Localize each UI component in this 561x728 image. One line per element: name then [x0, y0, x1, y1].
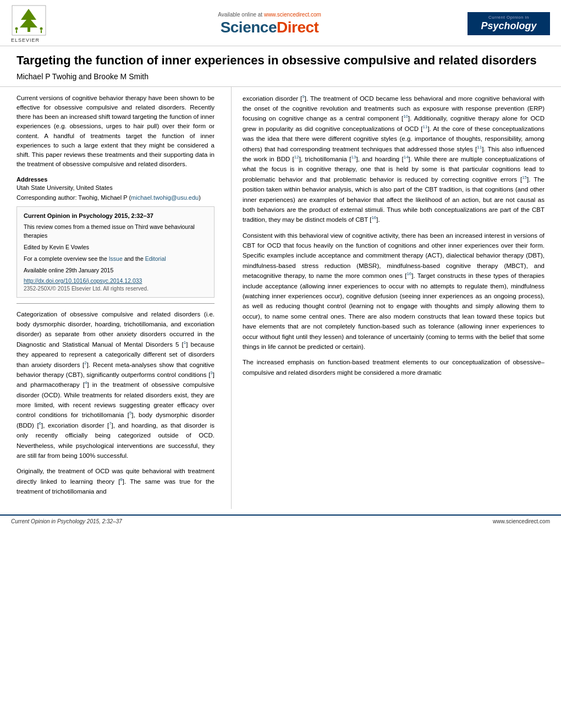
sciencedirect-branding: Available online at www.sciencedirect.co… — [77, 12, 462, 36]
journal-badge: Current Opinion in Psychology — [468, 12, 550, 35]
info-box-row-3: For a complete overview see the Issue an… — [24, 254, 207, 264]
info-box-row-1: This review comes from a themed issue on… — [24, 222, 207, 241]
corresponding-author-text: Corresponding author: Twohig, Michael P … — [16, 194, 215, 201]
info-box-row-4: Available online 29th January 2015 — [24, 266, 207, 275]
info-box-row-2: Edited by Kevin E Vowles — [24, 243, 207, 252]
sciencedirect-url[interactable]: www.sciencedirect.com — [264, 12, 321, 18]
info-box-editorial-link[interactable]: Editorial — [145, 255, 166, 262]
footer-url: www.sciencedirect.com — [493, 518, 550, 524]
page-footer: Current Opinion in Psychology 2015, 2:32… — [0, 514, 561, 527]
addresses-heading: Addresses — [16, 176, 215, 183]
svg-rect-6 — [41, 30, 42, 33]
footer-citation: Current Opinion in Psychology 2015, 2:32… — [11, 518, 122, 524]
svg-point-3 — [15, 28, 18, 30]
info-box-title: Current Opinion in Psychology 2015, 2:32… — [24, 212, 207, 219]
right-body-para3: The increased emphasis on function-based… — [243, 357, 544, 377]
page-header: ELSEVIER Available online at www.science… — [0, 0, 561, 46]
article-header: Targeting the function of inner experien… — [0, 46, 561, 87]
sciencedirect-title: ScienceDirect — [77, 19, 462, 36]
left-divider — [16, 303, 215, 304]
journal-badge-section: Current Opinion in Psychology — [462, 12, 550, 35]
right-body-para2: Consistent with this behavioral view of … — [243, 231, 544, 352]
elsevier-logo: ELSEVIER — [11, 4, 77, 43]
abstract-text: Current versions of cognitive behavior t… — [16, 94, 215, 169]
journal-badge-journal-name: Psychology — [472, 20, 546, 32]
copyright-text: 2352-250X/© 2015 Elsevier Ltd. All right… — [24, 286, 207, 292]
right-column: excoriation disorder [9]. The treatment … — [231, 87, 550, 509]
svg-point-5 — [40, 28, 43, 30]
corresponding-email[interactable]: michael.twohig@usu.edu — [131, 194, 199, 201]
article-title: Targeting the function of inner experien… — [16, 53, 544, 69]
elsevier-tree-icon — [11, 4, 47, 36]
article-authors: Michael P Twohig and Brooke M Smith — [16, 72, 544, 81]
left-column: Current versions of cognitive behavior t… — [11, 87, 220, 509]
doi-link[interactable]: http://dx.doi.org/10.1016/j.copsyc.2014.… — [24, 277, 207, 284]
svg-marker-2 — [20, 9, 37, 28]
available-online-text: Available online at www.sciencedirect.co… — [77, 12, 462, 18]
elsevier-logo-section: ELSEVIER — [11, 4, 77, 43]
right-body-para1: excoriation disorder [9]. The treatment … — [243, 94, 544, 225]
address-value: Utah State University, United States — [16, 184, 215, 191]
svg-rect-4 — [16, 30, 17, 33]
elsevier-wordmark: ELSEVIER — [11, 37, 40, 43]
article-info-box: Current Opinion in Psychology 2015, 2:32… — [16, 206, 215, 298]
info-box-issue-link[interactable]: Issue — [109, 255, 123, 262]
left-body-para2: Originally, the treatment of OCD was qui… — [16, 466, 215, 496]
main-content: Current versions of cognitive behavior t… — [0, 87, 561, 509]
left-body-para1: Categorization of obsessive compulsive a… — [16, 309, 215, 461]
journal-badge-top-text: Current Opinion in — [472, 15, 546, 20]
